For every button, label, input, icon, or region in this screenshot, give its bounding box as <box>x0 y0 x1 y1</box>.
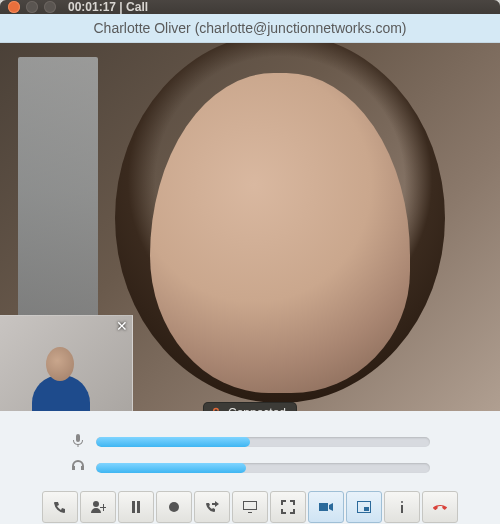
pause-button[interactable] <box>118 491 154 523</box>
remote-video: ✕ Connected <box>0 43 500 411</box>
mic-meter <box>70 433 430 450</box>
mic-level-bar <box>96 437 430 447</box>
svg-point-0 <box>169 502 179 512</box>
close-icon[interactable]: ✕ <box>116 318 128 334</box>
titlebar: 00:01:17 | Call <box>0 0 500 14</box>
pip-icon <box>356 499 372 515</box>
info-button[interactable] <box>384 491 420 523</box>
speaker-level-bar <box>96 463 430 473</box>
microphone-icon <box>70 433 86 450</box>
headphones-icon <box>70 460 86 475</box>
window-minimize-button[interactable] <box>26 1 38 13</box>
person-plus-icon <box>90 499 106 515</box>
hold-button[interactable] <box>42 491 78 523</box>
lock-open-icon <box>210 407 222 411</box>
connection-status: Connected <box>204 403 296 411</box>
window-title: 00:01:17 | Call <box>68 0 148 14</box>
phone-icon <box>52 499 68 515</box>
info-icon <box>394 499 410 515</box>
call-content: Charlotte Oliver (charlotte@junctionnetw… <box>0 14 500 524</box>
hangup-button[interactable] <box>422 491 458 523</box>
add-participant-button[interactable] <box>80 491 116 523</box>
record-icon <box>166 499 182 515</box>
status-text: Connected <box>228 406 286 411</box>
window-close-button[interactable] <box>8 1 20 13</box>
transfer-button[interactable] <box>194 491 230 523</box>
self-view[interactable]: ✕ <box>0 315 133 411</box>
camera-button[interactable] <box>308 491 344 523</box>
caller-identity: Charlotte Oliver (charlotte@junctionnetw… <box>0 14 500 43</box>
monitor-icon <box>242 499 258 515</box>
remote-background <box>18 57 98 327</box>
pause-icon <box>128 499 144 515</box>
self-person <box>30 341 95 411</box>
screen-share-button[interactable] <box>232 491 268 523</box>
hangup-icon <box>432 499 448 515</box>
speaker-meter <box>70 460 430 475</box>
transfer-icon <box>204 499 220 515</box>
window-maximize-button[interactable] <box>44 1 56 13</box>
call-window: 00:01:17 | Call Charlotte Oliver (charlo… <box>0 0 500 524</box>
fullscreen-button[interactable] <box>270 491 306 523</box>
self-view-button[interactable] <box>346 491 382 523</box>
record-button[interactable] <box>156 491 192 523</box>
fullscreen-icon <box>280 499 296 515</box>
call-toolbar <box>0 485 500 524</box>
audio-meters <box>0 411 500 485</box>
camera-icon <box>318 499 334 515</box>
